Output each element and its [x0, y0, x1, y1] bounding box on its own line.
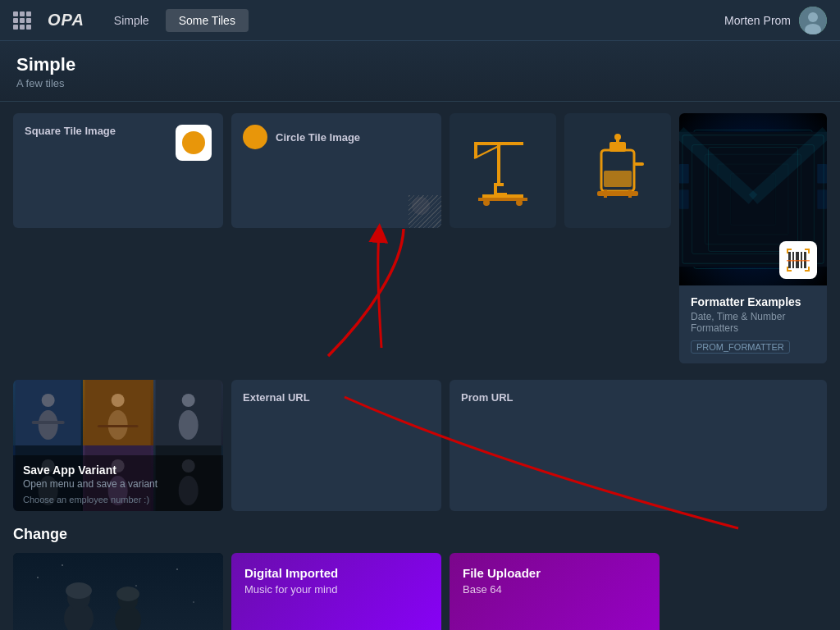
svg-rect-25: [692, 144, 815, 253]
page-title: Simple: [16, 54, 824, 75]
svg-rect-18: [604, 171, 632, 187]
tab-simple[interactable]: Simple: [101, 9, 162, 32]
svg-point-13: [516, 199, 523, 206]
svg-rect-31: [679, 164, 689, 183]
tile-external-url[interactable]: External URL: [231, 380, 441, 511]
svg-point-82: [193, 601, 194, 603]
tile-storage[interactable]: [564, 113, 671, 228]
tile-file-uploader[interactable]: File Uploader Base 64: [450, 553, 660, 630]
svg-rect-21: [628, 189, 632, 198]
svg-rect-32: [679, 189, 689, 208]
formatter-info: Formatter Examples Date, Time & Number F…: [679, 285, 827, 363]
section-change-title: Change: [13, 526, 827, 543]
save-variant-hint: Choose an employee number :): [23, 495, 213, 504]
svg-rect-52: [32, 421, 65, 424]
svg-rect-42: [787, 249, 788, 253]
svg-rect-5: [474, 142, 477, 158]
save-variant-title: Save App Variant: [23, 463, 213, 477]
formatter-title: Formatter Examples: [691, 295, 815, 308]
tile-save-variant[interactable]: Save App Variant Open menu and save a va…: [13, 380, 223, 511]
nav-tabs: Simple Some Tiles: [101, 9, 708, 32]
tile-square-image[interactable]: Square Tile Image: [13, 113, 223, 228]
cyclist-photo-3: [153, 380, 223, 445]
page-header: Simple A few tiles: [0, 41, 840, 102]
svg-rect-19: [597, 191, 638, 196]
section-change: Change: [13, 523, 827, 630]
file-uploader-title: File Uploader: [463, 566, 646, 580]
svg-point-58: [181, 394, 194, 407]
diag-pattern: [409, 195, 441, 228]
svg-rect-28: [731, 174, 776, 226]
svg-line-6: [474, 145, 500, 158]
tile-circle-image[interactable]: Circle Tile Image: [231, 113, 441, 228]
grid-menu-icon[interactable]: [13, 11, 31, 30]
square-tile-icon-box: [176, 125, 212, 161]
prom-url-label: Prom URL: [461, 391, 514, 404]
svg-point-77: [116, 587, 139, 601]
page-subtitle: A few tiles: [16, 77, 824, 89]
tile-formatter[interactable]: Formatter Examples Date, Time & Number F…: [679, 113, 827, 363]
svg-point-17: [614, 134, 621, 140]
tile-crane[interactable]: [450, 113, 556, 228]
svg-rect-22: [634, 162, 644, 166]
circle-tile-label: Circle Tile Image: [276, 131, 360, 144]
svg-rect-48: [808, 267, 810, 272]
svg-rect-56: [98, 425, 139, 427]
svg-rect-20: [604, 189, 607, 198]
svg-point-12: [483, 199, 490, 206]
cyclist-photo-1: [13, 380, 83, 445]
main-content: Square Tile Image Circle Tile Image: [0, 102, 840, 630]
file-uploader-sub: Base 64: [463, 583, 646, 596]
bottom-tiles-grid: Digital Imported Music for your mind ♪ F…: [13, 553, 827, 630]
square-tile-label: Square Tile Image: [25, 125, 116, 137]
cyclist-photo-2: [83, 380, 153, 445]
svg-point-74: [66, 582, 92, 599]
svg-rect-3: [497, 142, 500, 183]
tile-prom-url[interactable]: Prom URL: [450, 380, 827, 511]
tile-soldier[interactable]: [13, 553, 223, 630]
save-variant-sub: Open menu and save a variant: [23, 478, 213, 490]
formatter-icon-box: [779, 241, 817, 279]
external-url-label: External URL: [243, 391, 310, 404]
digital-imported-sub: Music for your mind: [244, 583, 428, 596]
orange-circle-sm-icon: [243, 125, 267, 149]
orange-circle-icon: [182, 131, 205, 154]
soldier-illustration: [13, 553, 223, 630]
svg-point-51: [39, 410, 58, 440]
svg-point-1: [808, 12, 818, 22]
svg-rect-4: [474, 142, 523, 145]
svg-point-81: [62, 564, 63, 566]
circle-tile-header: Circle Tile Image: [231, 113, 441, 158]
save-variant-info: Save App Variant Open menu and save a va…: [13, 455, 223, 511]
svg-rect-7: [494, 183, 504, 186]
svg-point-59: [178, 410, 198, 440]
svg-rect-34: [817, 189, 827, 208]
formatter-badge: PROM_FORMATTER: [691, 340, 790, 354]
svg-rect-40: [787, 260, 810, 262]
user-name: Morten Prom: [724, 14, 791, 27]
svg-point-79: [176, 568, 178, 570]
formatter-sub: Date, Time & Number Formatters: [691, 311, 815, 334]
user-avatar[interactable]: [799, 7, 827, 34]
user-info: Morten Prom: [724, 7, 827, 34]
svg-rect-44: [808, 249, 810, 253]
svg-point-80: [135, 585, 137, 587]
svg-rect-46: [787, 267, 788, 272]
music-note-icon: ♪: [415, 626, 428, 630]
svg-rect-27: [718, 164, 788, 235]
tab-some-tiles[interactable]: Some Tiles: [166, 9, 249, 32]
digital-imported-title: Digital Imported: [244, 566, 428, 580]
app-logo: OPA: [48, 11, 84, 30]
svg-rect-8: [494, 186, 497, 193]
svg-rect-33: [817, 164, 827, 183]
svg-point-50: [42, 394, 55, 407]
svg-rect-26: [705, 154, 801, 244]
barcode-scan-icon: [787, 249, 810, 272]
app-header: OPA Simple Some Tiles Morten Prom: [0, 0, 840, 41]
svg-point-54: [112, 394, 125, 407]
storage-icon: [581, 134, 655, 208]
tile-digital-imported[interactable]: Digital Imported Music for your mind ♪: [231, 553, 441, 630]
crane-icon: [466, 134, 540, 208]
svg-point-78: [37, 577, 39, 578]
